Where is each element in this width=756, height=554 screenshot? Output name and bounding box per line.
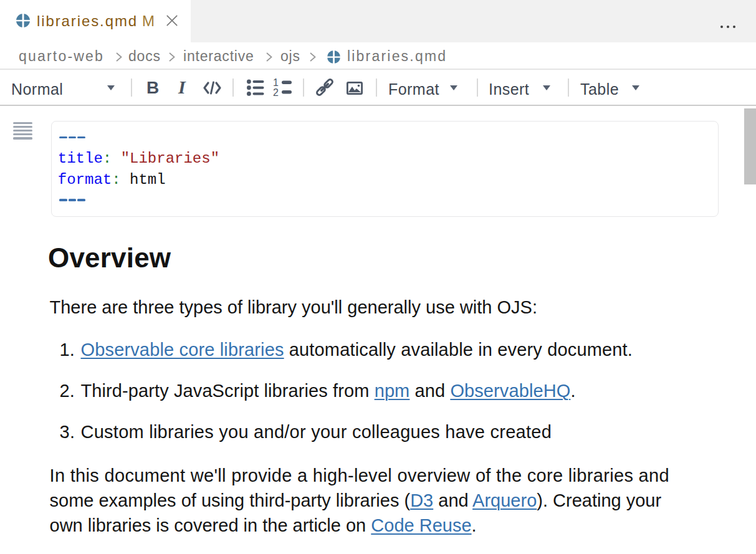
svg-text:1: 1 — [273, 79, 279, 88]
svg-text:2: 2 — [273, 87, 279, 97]
